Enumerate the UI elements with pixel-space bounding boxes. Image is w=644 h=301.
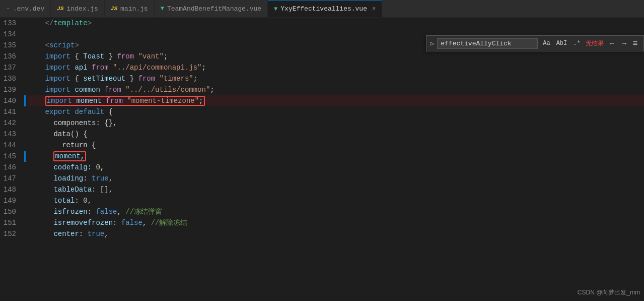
code-line: total: 0, xyxy=(28,195,644,206)
code-line: loading: true, xyxy=(28,173,644,184)
line-number: 139 xyxy=(0,84,16,95)
tab-env[interactable]: ·.env.dev xyxy=(0,0,51,18)
tab-label: .env.dev xyxy=(13,5,44,13)
code-line: import moment from "moment-timezone"; xyxy=(28,95,644,106)
code-line: data() { xyxy=(28,129,644,140)
line-number: 149 xyxy=(0,195,16,206)
line-number: 144 xyxy=(0,140,16,151)
line-number: 134 xyxy=(0,29,16,40)
gutter-indicator xyxy=(24,95,26,106)
vue-icon: ▼ xyxy=(274,6,277,13)
line-number: 140 xyxy=(0,95,16,106)
code-line: </template> xyxy=(28,18,644,29)
line-number: 145 xyxy=(0,151,16,162)
line-number: 150 xyxy=(0,206,16,217)
code-line: codefalg: 0, xyxy=(28,162,644,173)
search-next-btn[interactable]: → xyxy=(619,38,630,48)
code-line: moment, xyxy=(28,151,644,162)
line-number: 148 xyxy=(0,184,16,195)
search-expand-icon[interactable]: ▷ xyxy=(431,40,434,47)
search-options: Aa AbI .* xyxy=(541,39,582,47)
code-line: tableData: [], xyxy=(28,184,644,195)
tab-yxyvue[interactable]: ▼YxyEffectiveallies.vue× xyxy=(268,0,382,18)
code-line: components: {}, xyxy=(28,117,644,129)
js-icon: JS xyxy=(111,6,117,12)
code-line: import api from "../api/commonapi.js"; xyxy=(28,62,644,73)
line-number: 142 xyxy=(0,117,16,129)
code-line: isfrozen: false, //冻结弹窗 xyxy=(28,206,644,217)
search-prev-btn[interactable]: ← xyxy=(607,38,618,48)
line-numbers: 1331341351361371381391401411421431441451… xyxy=(0,18,24,301)
line-number: 133 xyxy=(0,18,16,29)
code-line: import common from "../../utils/common"; xyxy=(28,84,644,95)
code-line: export default { xyxy=(28,106,644,117)
tab-bar: ·.env.devJSindex.jsJSmain.js▼TeamAndBene… xyxy=(0,0,644,18)
code-line: isremovefrozen: false, //解除冻结 xyxy=(28,217,644,228)
search-whole-word-btn[interactable]: AbI xyxy=(554,39,569,47)
tab-label: main.js xyxy=(120,5,148,13)
tab-close-btn[interactable]: × xyxy=(372,6,376,13)
search-no-result: 无结果 xyxy=(586,39,604,48)
tab-teamvue[interactable]: ▼TeamAndBenefitManage.vue xyxy=(155,0,268,18)
tab-indexjs[interactable]: JSindex.js xyxy=(51,0,105,18)
search-case-sensitive-btn[interactable]: Aa xyxy=(541,39,552,47)
search-nav: ← → ≡ xyxy=(607,38,639,49)
code-line: import { Toast } from "vant"; xyxy=(28,51,644,62)
tab-label: TeamAndBenefitManage.vue xyxy=(167,5,261,13)
tab-mainjs[interactable]: JSmain.js xyxy=(105,0,155,18)
line-number: 143 xyxy=(0,129,16,140)
code-content: </template> <script> import { Toast } fr… xyxy=(24,18,644,301)
line-number: 151 xyxy=(0,217,16,228)
tab-label: YxyEffectiveallies.vue xyxy=(280,5,367,13)
file-icon: · xyxy=(6,5,10,13)
js-icon: JS xyxy=(57,6,63,12)
line-number: 138 xyxy=(0,73,16,84)
gutter-indicator xyxy=(24,151,26,162)
search-more-btn[interactable]: ≡ xyxy=(631,38,639,49)
code-line: center: true, xyxy=(28,228,644,239)
line-number: 135 xyxy=(0,40,16,51)
search-regex-btn[interactable]: .* xyxy=(571,39,582,47)
line-number: 146 xyxy=(0,162,16,173)
line-number: 137 xyxy=(0,62,16,73)
tab-label: index.js xyxy=(66,5,98,13)
line-number: 147 xyxy=(0,173,16,184)
line-number: 136 xyxy=(0,51,16,62)
search-bar: ▷ Aa AbI .* 无结果 ← → ≡ xyxy=(426,35,644,51)
line-number: 141 xyxy=(0,106,16,117)
watermark: CSDN @向梦出发_mm xyxy=(578,288,640,297)
editor-area: ▷ Aa AbI .* 无结果 ← → ≡ 133134135136137138… xyxy=(0,18,644,301)
code-line: return { xyxy=(28,140,644,151)
vue-icon: ▼ xyxy=(161,5,164,12)
line-number: 152 xyxy=(0,228,16,239)
code-line: import { setTimeout } from "timers"; xyxy=(28,73,644,84)
search-input[interactable] xyxy=(437,38,538,49)
